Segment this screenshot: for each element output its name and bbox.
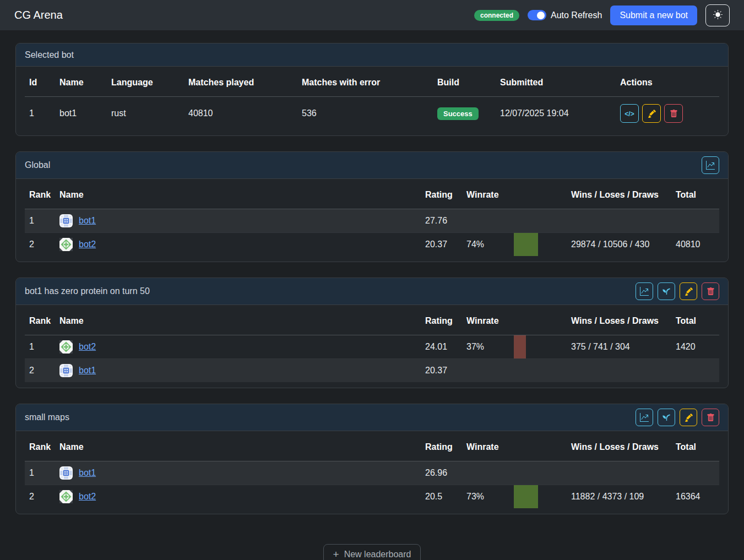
selected-bot-header-row: Id Name Language Matches played Matches …	[25, 69, 719, 97]
winrate-bar-cell	[509, 335, 567, 359]
bot-link[interactable]: bot2	[79, 240, 96, 249]
winrate-cell	[462, 461, 509, 485]
edit-button[interactable]	[680, 282, 697, 300]
lb-col-wins-loses-draws: Wins / Loses / Draws	[567, 307, 671, 335]
leaderboard-table: RankNameRatingWinrateWins / Loses / Draw…	[25, 433, 719, 508]
auto-refresh-toggle[interactable]	[528, 10, 546, 20]
leaderboard-header: bot1 has zero protein on turn 50	[16, 278, 728, 305]
lb-col-name: Name	[55, 181, 421, 209]
delete-icon	[707, 287, 715, 296]
lb-col-total: Total	[671, 181, 719, 209]
winrate-bar-cell	[509, 485, 567, 509]
code-button[interactable]: </>	[620, 104, 639, 123]
selected-bot-card: Selected bot Id Name Language Matches pl…	[15, 43, 729, 136]
leaderboard-header-row: RankNameRatingWinrateWins / Loses / Draw…	[25, 181, 719, 209]
bot-avatar-icon	[59, 340, 73, 354]
bot-avatar-icon	[59, 364, 73, 377]
seedling-icon	[662, 413, 671, 422]
auto-refresh-label: Auto Refresh	[551, 10, 602, 20]
rating-cell: 20.5	[421, 485, 462, 509]
seedling-button[interactable]	[658, 282, 675, 300]
total-cell: 1420	[671, 335, 719, 359]
rating-cell: 20.37	[421, 359, 462, 383]
chart-button[interactable]	[702, 156, 719, 174]
rank-cell: 2	[25, 233, 55, 257]
wins-loses-draws-cell: 375 / 741 / 304	[567, 335, 671, 359]
leaderboard-actions	[636, 409, 719, 426]
chart-icon	[640, 413, 649, 422]
navbar-right: connected Auto Refresh Submit a new bot	[474, 4, 730, 26]
selected-bot-title: Selected bot	[25, 50, 74, 60]
theme-toggle-button[interactable]	[705, 4, 730, 26]
col-submitted: Submitted	[496, 69, 616, 97]
leaderboard-row: 2bot220.573%11882 / 4373 / 10916364	[25, 485, 719, 509]
winrate-bar-cell	[509, 209, 567, 233]
edit-icon	[648, 110, 656, 118]
bot-name: bot1	[55, 97, 107, 131]
edit-icon	[685, 414, 693, 422]
col-name: Name	[55, 69, 107, 97]
lb-col-rank: Rank	[25, 307, 55, 335]
delete-button[interactable]	[702, 282, 719, 300]
leaderboard-row: 2bot120.37	[25, 359, 719, 383]
toggle-knob	[537, 12, 545, 19]
edit-button[interactable]	[680, 409, 697, 426]
main-content: Selected bot Id Name Language Matches pl…	[0, 30, 744, 560]
col-matches-with-error: Matches with error	[297, 69, 433, 97]
leaderboard-actions	[636, 282, 719, 300]
col-build: Build	[433, 69, 496, 97]
delete-button[interactable]	[702, 409, 719, 426]
leaderboard-card: bot1 has zero protein on turn 50 RankNam…	[15, 278, 729, 388]
lb-col-wins-loses-draws: Wins / Loses / Draws	[567, 181, 671, 209]
delete-button[interactable]	[664, 104, 683, 123]
leaderboard-actions	[702, 156, 719, 174]
new-leaderboard-label: New leaderboard	[344, 550, 411, 559]
chart-button[interactable]	[636, 282, 653, 300]
footer-row: + New leaderboard	[15, 530, 729, 560]
rating-cell: 27.76	[421, 209, 462, 233]
leaderboard-header-row: RankNameRatingWinrateWins / Loses / Draw…	[25, 307, 719, 335]
delete-icon	[670, 110, 678, 118]
lb-col-rating: Rating	[421, 307, 462, 335]
lb-col-total: Total	[671, 433, 719, 461]
leaderboard-card: small maps RankNameRatingWinrateWins / L…	[15, 404, 729, 514]
leaderboard-table: RankNameRatingWinrateWins / Loses / Draw…	[25, 307, 719, 382]
seedling-button[interactable]	[658, 409, 675, 426]
rank-cell: 2	[25, 485, 55, 509]
winrate-bar	[514, 335, 526, 358]
chart-icon	[706, 161, 715, 170]
leaderboard-row: 1bot126.96	[25, 461, 719, 485]
col-matches-played: Matches played	[184, 69, 297, 97]
app-brand[interactable]: CG Arena	[14, 9, 63, 21]
wins-loses-draws-cell	[567, 209, 671, 233]
chart-button[interactable]	[636, 409, 653, 426]
col-id: Id	[25, 69, 55, 97]
selected-bot-actions: </>	[620, 104, 715, 123]
winrate-cell	[462, 359, 509, 383]
rank-cell: 1	[25, 209, 55, 233]
wins-loses-draws-cell: 11882 / 4373 / 109	[567, 485, 671, 509]
leaderboard-table: RankNameRatingWinrateWins / Loses / Draw…	[25, 181, 719, 256]
submit-new-bot-button[interactable]: Submit a new bot	[610, 6, 697, 25]
winrate-bar-cell	[509, 233, 567, 257]
lb-col-name: Name	[55, 433, 421, 461]
winrate-cell	[462, 209, 509, 233]
edit-button[interactable]	[642, 104, 661, 123]
bot-submitted: 12/07/2025 19:04	[496, 97, 616, 131]
wins-loses-draws-cell: 29874 / 10506 / 430	[567, 233, 671, 257]
bot-link[interactable]: bot1	[79, 366, 96, 376]
new-leaderboard-button[interactable]: + New leaderboard	[323, 544, 421, 560]
plus-icon: +	[333, 549, 339, 559]
bot-link[interactable]: bot1	[79, 468, 96, 478]
build-status-badge: Success	[437, 107, 479, 120]
bot-id: 1	[25, 97, 55, 131]
bot-link[interactable]: bot2	[79, 492, 96, 502]
delete-icon	[707, 414, 715, 422]
bot-link[interactable]: bot1	[79, 216, 96, 226]
auto-refresh-control: Auto Refresh	[528, 10, 602, 20]
winrate-cell: 74%	[462, 233, 509, 257]
col-actions: Actions	[616, 69, 719, 97]
leaderboard-header-row: RankNameRatingWinrateWins / Loses / Draw…	[25, 433, 719, 461]
bot-avatar-icon	[59, 490, 73, 503]
bot-link[interactable]: bot2	[79, 342, 96, 352]
